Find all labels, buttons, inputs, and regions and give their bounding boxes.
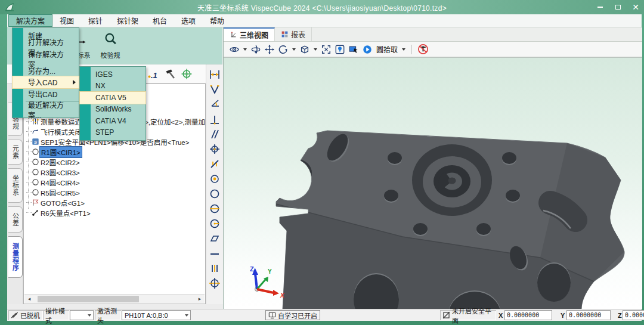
probe-dropdown[interactable]: PH10T A:0,B:0 xyxy=(122,310,191,320)
submenu-item-1[interactable]: NX xyxy=(80,81,145,92)
dropdown-caret-icon[interactable] xyxy=(314,48,317,51)
menubar-item-1[interactable]: 视图 xyxy=(52,14,81,27)
side-tab-3[interactable]: 公差 xyxy=(8,206,23,233)
coord-value-x: 0.0000000 xyxy=(504,310,552,320)
menubar-item-5[interactable]: 选项 xyxy=(174,14,203,27)
coord-value-z: 0.0000000 xyxy=(623,310,644,320)
tree-item-label: R5圆<CIR5> xyxy=(39,187,81,198)
coord-value-y: 0.0000000 xyxy=(566,310,611,320)
menubar-item-4[interactable]: 机台 xyxy=(145,14,174,27)
tree-item-4[interactable]: R1圆<CIR1> xyxy=(24,147,82,157)
roundness-button[interactable] xyxy=(208,186,222,201)
menubar-item-6[interactable]: 帮助 xyxy=(203,14,231,27)
maximize-button[interactable] xyxy=(613,2,623,12)
angularity-button[interactable] xyxy=(208,156,222,171)
circle-pick-button[interactable]: 圆拾取 xyxy=(376,44,398,54)
side-tab-2[interactable]: 坐标系 xyxy=(8,168,23,203)
axis-z-label: Z xyxy=(250,265,254,273)
cube-button[interactable] xyxy=(299,44,311,55)
tree-horizontal-scrollbar[interactable]: ◂ ▸ xyxy=(24,294,205,303)
locate-icon xyxy=(335,44,345,55)
minimize-button[interactable] xyxy=(595,2,605,12)
side-tab-1[interactable]: 元素 xyxy=(8,140,23,165)
menubar-item-3[interactable]: 探针架 xyxy=(110,14,145,27)
tree-item-label: GOTO点<G1> xyxy=(39,197,86,208)
target-button[interactable] xyxy=(181,68,193,82)
tree-item-10[interactable]: R6矢量点<PT1> xyxy=(24,208,92,218)
play-button[interactable] xyxy=(361,44,373,55)
submenu-item-3[interactable]: SolidWorks xyxy=(80,104,145,116)
line-distance-button[interactable] xyxy=(208,261,222,276)
tree-item-6[interactable]: R3圆<CIR3> xyxy=(24,167,81,177)
tree-item-label: R4圆<CIR4> xyxy=(39,177,81,188)
runout-button[interactable] xyxy=(208,216,222,231)
parallelism-button[interactable] xyxy=(208,126,222,141)
concentricity-button[interactable] xyxy=(208,171,222,186)
title-bar[interactable]: 天准三坐标系统 VispecCube 2024 <C:\Users\jiaosi… xyxy=(0,0,644,14)
pan-button[interactable] xyxy=(264,44,275,55)
hammer-button[interactable] xyxy=(164,68,176,82)
symmetry-button[interactable] xyxy=(208,201,222,216)
submenu-item-4[interactable]: CATIA V4 xyxy=(80,115,145,127)
parallelism-icon xyxy=(209,128,221,140)
submenu-item-5[interactable]: STEP xyxy=(80,127,145,139)
view-toolbar: 圆拾取 xyxy=(224,42,642,57)
view-tab-0[interactable]: 三维视图 xyxy=(224,27,275,41)
menu-item-7[interactable]: 最近解决方案... xyxy=(13,104,79,116)
report-tab-icon xyxy=(281,30,289,38)
side-tab-4[interactable]: 测量程序 xyxy=(8,236,23,278)
cad-part-model[interactable]: Z Y X xyxy=(224,58,642,309)
select-window-button[interactable] xyxy=(348,44,360,55)
menu-item-4[interactable]: 导入CAD xyxy=(13,76,79,88)
menubar-item-0[interactable]: 解决方案 xyxy=(8,14,52,27)
toolbar-button-校验规[interactable]: 校验规 xyxy=(94,32,127,60)
tree-item-8[interactable]: R5圆<CIR5> xyxy=(24,187,81,197)
scroll-right-arrow[interactable]: ▸ xyxy=(195,296,205,302)
menu-item-2[interactable]: 保存解决方案 xyxy=(13,53,79,65)
circle-icon xyxy=(32,168,39,176)
dropdown-caret-icon[interactable] xyxy=(243,48,247,51)
distance-button[interactable] xyxy=(208,67,222,82)
scroll-left-arrow[interactable]: ◂ xyxy=(24,296,34,302)
orbit-button[interactable] xyxy=(250,44,262,55)
submenu-item-0[interactable]: IGES xyxy=(80,69,145,81)
position-button[interactable] xyxy=(208,141,222,156)
cylindricity-button[interactable] xyxy=(208,276,222,290)
probe-disabled-button[interactable] xyxy=(417,44,429,55)
rotate-icon xyxy=(278,44,289,55)
mode-dropdown[interactable] xyxy=(70,310,94,320)
scrollbar-thumb[interactable] xyxy=(38,296,139,302)
select-window-icon xyxy=(348,44,359,55)
import-cad-submenu: IGESNXCATIA V5SolidWorksCATIA V4STEP xyxy=(79,66,146,141)
tree-item-9[interactable]: GOTO点<G1> xyxy=(24,197,86,208)
perpendicularity-button[interactable] xyxy=(208,112,222,126)
menu-item-3[interactable]: 另存为... xyxy=(13,65,79,77)
coordinate-triad: Z Y X xyxy=(250,265,285,299)
straightness-button[interactable] xyxy=(208,246,222,261)
tree-item-7[interactable]: R4圆<CIR4> xyxy=(24,177,81,187)
3d-viewport[interactable]: Z Y X xyxy=(224,57,642,309)
angle-button[interactable] xyxy=(208,82,222,97)
precision-button[interactable]: .1 xyxy=(147,68,159,82)
menu-item-5[interactable]: 导出CAD xyxy=(13,88,79,100)
menubar-item-2[interactable]: 探针 xyxy=(81,14,110,27)
flatness-button[interactable] xyxy=(208,231,222,246)
tree-item-5[interactable]: R2圆<CIR2> xyxy=(24,157,81,167)
dropdown-caret-icon[interactable] xyxy=(292,48,296,51)
tree-item-2[interactable]: 飞行模式关闭 xyxy=(24,126,83,137)
close-button[interactable]: ✕ xyxy=(631,2,640,12)
tree-item-label: 飞行模式关闭 xyxy=(39,126,83,137)
dropdown-caret-icon[interactable] xyxy=(402,48,405,51)
cube-icon xyxy=(299,44,310,55)
locate-button[interactable] xyxy=(334,44,346,55)
eye-button[interactable] xyxy=(228,44,240,55)
self-learn-button[interactable]: 自学习已开启 xyxy=(265,310,320,320)
window-title: 天准三坐标系统 VispecCube 2024 <C:\Users\jiaosi… xyxy=(0,2,644,13)
offline-pen-icon xyxy=(11,311,18,319)
submenu-item-2[interactable]: CATIA V5 xyxy=(80,92,145,104)
view-tab-1[interactable]: 报表 xyxy=(275,27,312,41)
angle-lines-button[interactable] xyxy=(208,97,222,112)
rotate-button[interactable] xyxy=(277,44,289,55)
fit-button[interactable] xyxy=(320,44,332,55)
line-distance-icon xyxy=(209,262,221,274)
